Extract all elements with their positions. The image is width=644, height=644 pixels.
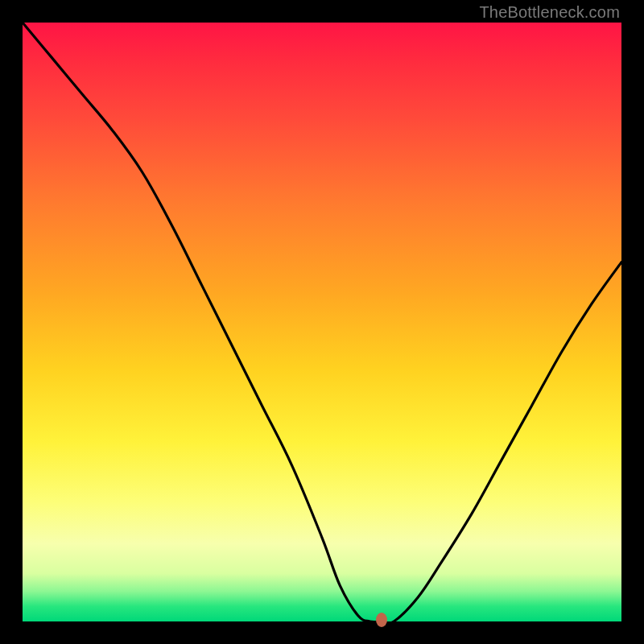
optimal-point-marker <box>376 613 387 627</box>
plot-area <box>23 23 621 621</box>
attribution-text: TheBottleneck.com <box>479 3 620 22</box>
chart-frame: TheBottleneck.com <box>0 0 644 644</box>
bottleneck-curve <box>23 23 621 621</box>
